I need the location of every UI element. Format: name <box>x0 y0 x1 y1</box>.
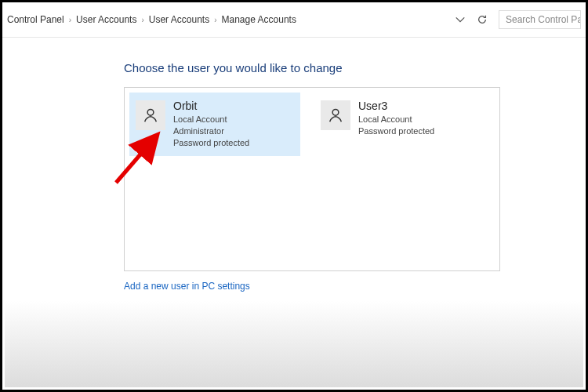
account-details: User3 Local Account Password protected <box>358 99 434 137</box>
chevron-right-icon: › <box>141 16 143 24</box>
address-toolbar: Control Panel › User Accounts › User Acc… <box>2 2 586 38</box>
account-type: Local Account <box>358 114 434 125</box>
account-tile-orbit[interactable]: Orbit Local Account Administrator Passwo… <box>129 93 300 156</box>
content-area: Choose the user you would like to change… <box>2 38 586 292</box>
account-role: Administrator <box>173 125 249 137</box>
svg-point-0 <box>147 109 154 115</box>
account-type: Local Account <box>173 114 249 125</box>
breadcrumb[interactable]: Control Panel › User Accounts › User Acc… <box>7 14 455 25</box>
search-input[interactable]: Search Control Panel <box>499 10 581 29</box>
user-avatar-icon <box>321 100 350 130</box>
chevron-right-icon: › <box>69 16 71 24</box>
page-title: Choose the user you would like to change <box>124 61 586 74</box>
account-password-status: Password protected <box>358 125 434 137</box>
user-avatar-icon <box>136 100 165 130</box>
account-name: Orbit <box>173 99 249 114</box>
chevron-right-icon: › <box>214 16 216 24</box>
add-user-link[interactable]: Add a new user in PC settings <box>124 281 250 292</box>
account-password-status: Password protected <box>173 137 249 149</box>
account-details: Orbit Local Account Administrator Passwo… <box>173 99 249 148</box>
breadcrumb-item[interactable]: Manage Accounts <box>222 14 296 25</box>
svg-point-1 <box>332 109 339 115</box>
chevron-down-icon[interactable] <box>455 14 466 25</box>
bottom-fade <box>5 301 583 387</box>
account-tile-user3[interactable]: User3 Local Account Password protected <box>314 93 485 145</box>
refresh-icon[interactable] <box>477 14 488 25</box>
account-name: User3 <box>358 99 434 114</box>
breadcrumb-item[interactable]: User Accounts <box>149 14 209 25</box>
accounts-container: Orbit Local Account Administrator Passwo… <box>124 87 500 271</box>
breadcrumb-item[interactable]: User Accounts <box>76 14 136 25</box>
breadcrumb-item[interactable]: Control Panel <box>7 14 64 25</box>
